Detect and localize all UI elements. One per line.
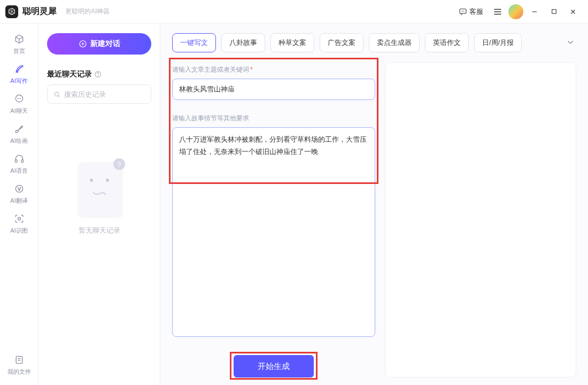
chat-icon [13, 93, 25, 105]
history-search-input[interactable] [64, 90, 154, 98]
svg-rect-10 [21, 159, 23, 162]
feather-icon [13, 63, 25, 75]
titlebar: 聪明灵犀 更聪明的AI神器 客服 [0, 0, 588, 24]
nav-label: 首页 [13, 47, 25, 55]
main-panel: 一键写文 八卦故事 种草文案 广告文案 卖点生成器 英语作文 日/周/月报 请输… [160, 24, 588, 385]
side-nav: 首页 AI写作 AI聊天 AI绘画 AI语音 AI翻译 AI识图 我 [0, 24, 38, 385]
svg-point-8 [20, 98, 21, 99]
avatar-button[interactable] [507, 3, 525, 21]
tag-chip-1[interactable]: 八卦故事 [221, 33, 265, 52]
nav-item-write[interactable]: AI写作 [3, 59, 35, 89]
tag-chip-2[interactable]: 种草文案 [270, 33, 314, 52]
nav-label: AI识图 [10, 227, 27, 235]
topic-input[interactable] [172, 79, 375, 100]
svg-point-3 [463, 11, 464, 11]
history-search[interactable] [47, 84, 151, 104]
svg-point-7 [19, 98, 20, 99]
new-chat-label: 新建对话 [90, 39, 120, 49]
history-empty-text: 暂无聊天记录 [79, 226, 120, 235]
tag-chip-4[interactable]: 卖点生成器 [369, 33, 420, 52]
nav-label: AI绘画 [10, 137, 27, 145]
history-empty-state: ? 暂无聊天记录 [47, 163, 151, 375]
headphone-icon [13, 153, 25, 165]
nav-label: AI翻译 [10, 197, 27, 205]
app-logo: 聪明灵犀 更聪明的AI神器 [5, 5, 110, 18]
detail-textarea[interactable] [172, 127, 375, 337]
tag-chip-6[interactable]: 日/周/月报 [474, 33, 522, 52]
svg-point-16 [97, 75, 98, 76]
empty-illustration: ? [78, 163, 121, 216]
menu-button[interactable] [489, 3, 507, 21]
prompt-form: 请输入文章主题或者关键词* 请输入故事情节等其他要求 开始生成 [172, 62, 375, 378]
nav-label: AI聊天 [10, 107, 27, 115]
nav-label: AI写作 [10, 77, 27, 85]
plus-icon [79, 40, 87, 48]
nav-item-translate[interactable]: AI翻译 [3, 179, 35, 209]
svg-point-6 [17, 98, 18, 99]
avatar-icon [508, 4, 523, 19]
svg-point-1 [461, 11, 462, 11]
nav-item-home[interactable]: 首页 [3, 29, 35, 59]
nav-item-scan[interactable]: AI识图 [3, 209, 35, 238]
hamburger-icon [493, 7, 502, 17]
app-tagline: 更聪明的AI神器 [65, 7, 110, 16]
window-maximize[interactable] [544, 2, 563, 21]
svg-rect-4 [552, 10, 556, 14]
new-chat-button[interactable]: 新建对话 [47, 33, 151, 55]
tag-chip-5[interactable]: 英语作文 [425, 33, 469, 52]
svg-point-17 [55, 92, 59, 96]
help-icon[interactable] [94, 71, 102, 78]
topic-label-text: 请输入文章主题或者关键词 [172, 66, 249, 73]
support-button[interactable]: 客服 [453, 4, 489, 20]
svg-point-2 [462, 11, 463, 11]
tag-chip-0[interactable]: 一键写文 [172, 33, 216, 52]
nav-label: AI语音 [10, 167, 27, 175]
svg-point-12 [18, 217, 20, 220]
translate-icon [13, 183, 25, 195]
nav-item-audio[interactable]: AI语音 [3, 149, 35, 179]
history-section-title: 最近聊天记录 [47, 70, 151, 79]
app-name: 聪明灵犀 [22, 6, 57, 17]
file-icon [13, 354, 25, 366]
svg-rect-9 [15, 159, 17, 162]
window-minimize[interactable] [525, 2, 544, 21]
nav-item-files[interactable]: 我的文件 [3, 350, 35, 380]
tag-chip-3[interactable]: 广告文案 [320, 33, 363, 52]
chat-bubble-icon [459, 7, 467, 16]
nav-label: 我的文件 [7, 368, 31, 376]
question-badge-icon: ? [113, 158, 125, 170]
app-logo-icon [5, 5, 18, 18]
expand-tags-button[interactable] [564, 36, 576, 48]
detail-label: 请输入故事情节等其他要求 [172, 114, 375, 123]
search-icon [53, 90, 61, 98]
nav-item-draw[interactable]: AI绘画 [3, 119, 35, 149]
chat-history-panel: 新建对话 最近聊天记录 ? 暂无聊天记录 [38, 24, 160, 385]
support-label: 客服 [469, 7, 483, 17]
generate-button[interactable]: 开始生成 [234, 355, 314, 378]
result-preview-panel [385, 62, 576, 378]
cube-icon [13, 33, 25, 45]
topic-label: 请输入文章主题或者关键词* [172, 65, 375, 74]
svg-rect-13 [16, 356, 22, 363]
chevron-down-icon [566, 37, 575, 47]
window-close[interactable] [563, 2, 583, 21]
brush-icon [13, 123, 25, 135]
history-title-text: 最近聊天记录 [47, 70, 92, 79]
template-tags-row: 一键写文 八卦故事 种草文案 广告文案 卖点生成器 英语作文 日/周/月报 [160, 24, 588, 62]
scan-icon [13, 213, 25, 225]
nav-item-chat[interactable]: AI聊天 [3, 89, 35, 119]
